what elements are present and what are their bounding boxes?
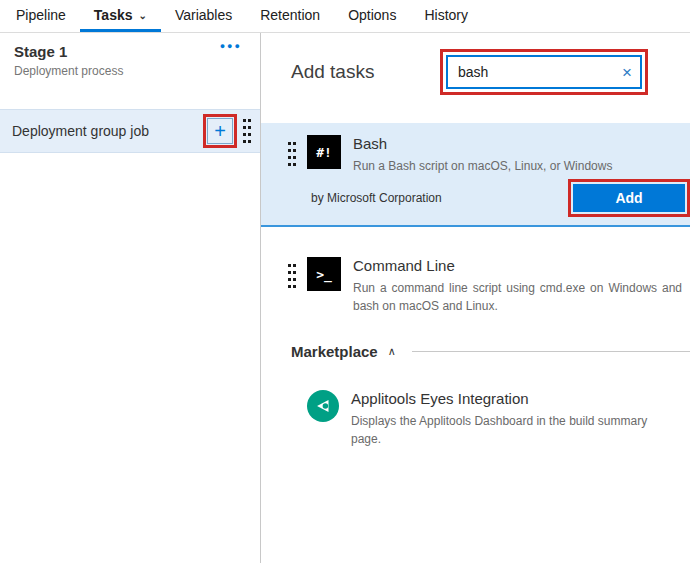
drag-handle-icon[interactable]: [287, 140, 297, 168]
drag-handle-icon[interactable]: [242, 117, 252, 145]
chevron-down-icon: ⌄: [139, 10, 147, 21]
marketplace-item-applitools[interactable]: Applitools Eyes Integration Displays the…: [307, 390, 674, 448]
task-search-input[interactable]: [456, 63, 616, 81]
chevron-up-icon: ∧: [388, 345, 396, 358]
marketplace-item-text: Applitools Eyes Integration Displays the…: [351, 390, 674, 448]
tab-retention[interactable]: Retention: [246, 0, 334, 32]
applitools-logo-icon: [307, 390, 339, 422]
task-text: Command Line Run a command line script u…: [353, 257, 690, 315]
panel-title: Add tasks: [291, 61, 374, 83]
task-search-box: ×: [446, 55, 642, 89]
deployment-group-job-row[interactable]: Deployment group job +: [0, 109, 260, 153]
bash-task-icon: #!: [307, 135, 341, 169]
task-title: Bash: [353, 135, 682, 152]
task-card-command-line-top: >_ Command Line Run a command line scrip…: [261, 257, 690, 315]
job-label: Deployment group job: [12, 123, 203, 139]
stage-more-menu-icon[interactable]: ●●●: [220, 41, 242, 51]
stage-subtitle: Deployment process: [14, 64, 246, 78]
command-line-task-icon: >_: [307, 257, 341, 291]
task-card-bash-footer: by Microsoft Corporation Add: [261, 175, 690, 225]
task-description: Run a command line script using cmd.exe …: [353, 279, 682, 315]
add-bash-task-button[interactable]: Add: [573, 184, 685, 212]
task-description: Run a Bash script on macOS, Linux, or Wi…: [353, 157, 682, 175]
task-card-bash[interactable]: #! Bash Run a Bash script on macOS, Linu…: [261, 123, 690, 227]
tab-pipeline[interactable]: Pipeline: [2, 0, 80, 32]
pipeline-content: Stage 1 Deployment process ●●● Deploymen…: [0, 33, 690, 563]
task-title: Command Line: [353, 257, 682, 274]
stages-sidebar: Stage 1 Deployment process ●●● Deploymen…: [0, 33, 261, 563]
tab-options[interactable]: Options: [334, 0, 410, 32]
task-publisher: by Microsoft Corporation: [311, 191, 442, 205]
marketplace-item-description: Displays the Applitools Dashboard in the…: [351, 412, 666, 448]
add-tasks-panel: Add tasks ×: [261, 33, 690, 563]
task-card-bash-top: #! Bash Run a Bash script on macOS, Linu…: [261, 135, 690, 175]
marketplace-label: Marketplace: [291, 343, 378, 360]
pipeline-top-nav: Pipeline Tasks ⌄ Variables Retention Opt…: [0, 0, 690, 33]
release-pipeline-window: Pipeline Tasks ⌄ Variables Retention Opt…: [0, 0, 690, 564]
stage-card[interactable]: Stage 1 Deployment process ●●●: [0, 33, 260, 91]
stage-title: Stage 1: [14, 43, 246, 60]
annotation-box-add-task: +: [203, 114, 237, 148]
marketplace-item-title: Applitools Eyes Integration: [351, 390, 666, 407]
tab-tasks-label: Tasks: [94, 7, 133, 23]
add-task-to-job-button[interactable]: +: [207, 118, 233, 144]
marketplace-section-header[interactable]: Marketplace ∧: [291, 343, 690, 360]
add-tasks-header: Add tasks ×: [261, 33, 690, 95]
task-search-results: #! Bash Run a Bash script on macOS, Linu…: [261, 123, 690, 448]
tab-tasks[interactable]: Tasks ⌄: [80, 0, 161, 32]
annotation-box-add-button: Add: [568, 179, 690, 217]
task-card-command-line[interactable]: >_ Command Line Run a command line scrip…: [261, 245, 690, 315]
tab-variables[interactable]: Variables: [161, 0, 246, 32]
drag-handle-icon[interactable]: [287, 262, 297, 290]
tab-history[interactable]: History: [410, 0, 482, 32]
clear-search-icon[interactable]: ×: [622, 64, 632, 81]
task-text: Bash Run a Bash script on macOS, Linux, …: [353, 135, 690, 175]
annotation-box-search: ×: [440, 49, 648, 95]
section-divider: [412, 351, 690, 352]
